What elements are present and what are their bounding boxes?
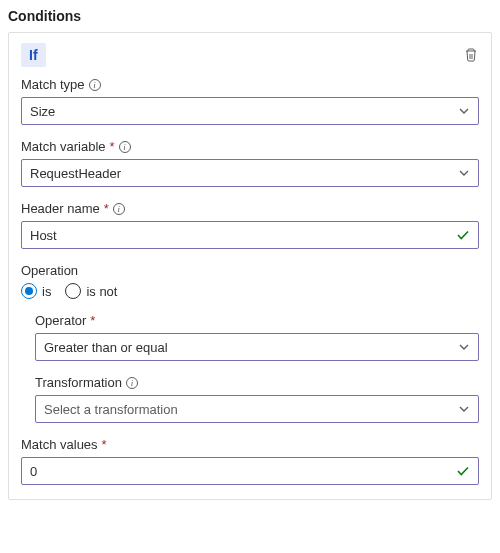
delete-icon[interactable] xyxy=(463,47,479,63)
match-values-input[interactable]: 0 xyxy=(21,457,479,485)
operation-label: Operation xyxy=(21,263,78,278)
chevron-down-icon xyxy=(458,403,470,415)
operator-select[interactable]: Greater than or equal xyxy=(35,333,479,361)
conditions-heading: Conditions xyxy=(8,8,492,24)
checkmark-icon xyxy=(456,464,470,478)
match-type-select[interactable]: Size xyxy=(21,97,479,125)
if-chip: If xyxy=(21,43,46,67)
radio-is-label: is xyxy=(42,284,51,299)
match-values-label: Match values xyxy=(21,437,98,452)
checkmark-icon xyxy=(456,228,470,242)
required-star: * xyxy=(102,437,107,452)
transformation-label: Transformation xyxy=(35,375,122,390)
info-icon[interactable]: i xyxy=(126,377,138,389)
conditions-panel: If Match type i Size Match variable * i … xyxy=(8,32,492,500)
header-name-field: Header name * i Host xyxy=(21,201,479,249)
transformation-select[interactable]: Select a transformation xyxy=(35,395,479,423)
operator-field: Operator * Greater than or equal xyxy=(21,313,479,361)
operator-label: Operator xyxy=(35,313,86,328)
info-icon[interactable]: i xyxy=(89,79,101,91)
radio-is-not-label: is not xyxy=(86,284,117,299)
radio-icon xyxy=(21,283,37,299)
radio-icon xyxy=(65,283,81,299)
operation-radio-group: is is not xyxy=(21,283,479,299)
match-type-label: Match type xyxy=(21,77,85,92)
header-name-value: Host xyxy=(30,228,57,243)
header-name-input[interactable]: Host xyxy=(21,221,479,249)
info-icon[interactable]: i xyxy=(119,141,131,153)
match-variable-field: Match variable * i RequestHeader xyxy=(21,139,479,187)
match-values-value: 0 xyxy=(30,464,37,479)
chevron-down-icon xyxy=(458,105,470,117)
match-type-value: Size xyxy=(30,104,55,119)
operation-is-radio[interactable]: is xyxy=(21,283,51,299)
operator-value: Greater than or equal xyxy=(44,340,168,355)
chevron-down-icon xyxy=(458,341,470,353)
if-header-row: If xyxy=(21,43,479,67)
required-star: * xyxy=(110,139,115,154)
match-values-field: Match values * 0 xyxy=(21,437,479,485)
match-variable-value: RequestHeader xyxy=(30,166,121,181)
required-star: * xyxy=(90,313,95,328)
operation-is-not-radio[interactable]: is not xyxy=(65,283,117,299)
operation-field: Operation is is not xyxy=(21,263,479,299)
chevron-down-icon xyxy=(458,167,470,179)
info-icon[interactable]: i xyxy=(113,203,125,215)
match-variable-select[interactable]: RequestHeader xyxy=(21,159,479,187)
transformation-placeholder: Select a transformation xyxy=(44,402,178,417)
match-variable-label: Match variable xyxy=(21,139,106,154)
header-name-label: Header name xyxy=(21,201,100,216)
transformation-field: Transformation i Select a transformation xyxy=(21,375,479,423)
required-star: * xyxy=(104,201,109,216)
match-type-field: Match type i Size xyxy=(21,77,479,125)
